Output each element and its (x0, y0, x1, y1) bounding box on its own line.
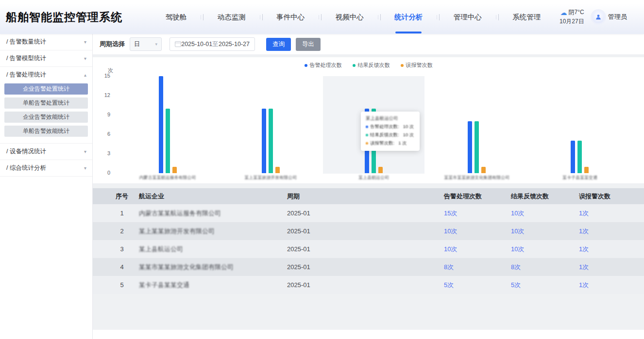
x-axis-category-label: 某上某某旅游开发有限公司 (244, 175, 297, 181)
nav-separator (319, 14, 322, 20)
x-axis-category-label: 内蒙古某某航运服务有限公司 (139, 175, 196, 181)
chart-bar-误报警次数[interactable] (584, 167, 589, 173)
table-row: 2某上某某旅游开发有限公司2025-0110次10次1次 (93, 222, 644, 240)
chart-bar-误报警次数[interactable] (275, 167, 280, 173)
period-select[interactable]: 日 ▾ (130, 37, 162, 51)
cell-false-alarm-link[interactable]: 1次 (579, 263, 644, 272)
sidebar-item-alarm-model-stats[interactable]: / 告警模型统计▾ (0, 50, 92, 66)
cell-period: 2025-01 (287, 227, 444, 235)
sidebar-group-alarm-count-stats: / 告警数量统计▾ (0, 34, 92, 50)
tooltip-value: 1 次 (398, 140, 407, 146)
cell-alarm-handled-link[interactable]: 10次 (444, 227, 511, 236)
data-table: 序号航运企业周期告警处理次数结果反馈次数误报警次数1内蒙古某某航运服务有限公司2… (93, 188, 644, 294)
chart-bar-结果反馈次数[interactable] (577, 141, 582, 173)
main-content: 周期选择 日 ▾ 2025-10-01 至 2025-10-27 查询 导出 告… (93, 34, 644, 339)
table-header-cell: 航运企业 (139, 192, 287, 201)
table-row: 4某某市某某旅游文化集团有限公司2025-018次8次1次 (93, 258, 644, 276)
sidebar-item-comprehensive-stats[interactable]: / 综合统计分析▾ (0, 160, 92, 176)
sidebar-item-alarm-count-stats[interactable]: / 告警数量统计▾ (0, 34, 92, 50)
cell-alarm-handled-link[interactable]: 8次 (444, 263, 511, 272)
cell-alarm-handled-link[interactable]: 15次 (444, 209, 511, 218)
sidebar-subitem-ship-alarm-efficiency-stats[interactable]: 单船告警效能统计 (4, 126, 88, 137)
cell-false-alarm-link[interactable]: 1次 (579, 227, 644, 236)
chart-bar-告警处理次数[interactable] (262, 109, 266, 173)
chart-bar-group: 某卡子县某某交通 (528, 76, 631, 173)
chart-bar-结果反馈次数[interactable] (269, 109, 273, 173)
query-button[interactable]: 查询 (266, 38, 291, 51)
sidebar-item-device-status-stats[interactable]: / 设备情况统计▾ (0, 144, 92, 160)
chart-bar-告警处理次数[interactable] (468, 121, 472, 173)
nav-tab-statistics-analysis[interactable]: 统计分析 (394, 0, 423, 34)
nav-tab-video-center[interactable]: 视频中心 (336, 0, 364, 34)
y-axis-tick-label: 9 (97, 112, 110, 117)
table-row: 1内蒙古某某航运服务有限公司2025-0115次10次1次 (93, 204, 644, 222)
chevron-down-icon: ▾ (155, 42, 157, 47)
tooltip-title: 某上县航运公司 (366, 115, 414, 122)
cell-company: 某卡子县某某交通 (139, 281, 287, 290)
cell-alarm-handled-link[interactable]: 5次 (444, 281, 511, 290)
sidebar-subitem-ship-alarm-disposal-stats[interactable]: 单船告警处置统计 (4, 97, 88, 109)
weather-widget: ☁ 阴7°C 10月27日 (559, 8, 584, 26)
table-header-cell: 序号 (105, 192, 139, 201)
chart-bar-结果反馈次数[interactable] (475, 121, 479, 173)
cell-index: 5 (105, 281, 139, 289)
cell-feedback-link[interactable]: 8次 (511, 263, 579, 272)
bottom-strip (93, 330, 644, 339)
legend-dot-icon (305, 64, 307, 67)
table-row: 3某上县航运公司2025-0110次10次1次 (93, 240, 644, 258)
y-axis-tick-label: 3 (97, 150, 110, 156)
export-button[interactable]: 导出 (296, 38, 321, 51)
nav-separator (378, 14, 381, 20)
cell-false-alarm-link[interactable]: 1次 (579, 281, 644, 290)
sidebar-item-label: / 设备情况统计 (6, 147, 46, 156)
cell-false-alarm-link[interactable]: 1次 (579, 209, 644, 218)
date-range-separator: 至 (212, 40, 219, 48)
cell-false-alarm-link[interactable]: 1次 (579, 245, 644, 254)
chart-bar-结果反馈次数[interactable] (166, 109, 170, 173)
tooltip-row: 告警处理次数:10 次 (366, 124, 414, 130)
cell-period: 2025-01 (287, 281, 444, 289)
sidebar-group-alarm-handling-stats: / 告警处理统计▴企业告警处置统计单船告警处置统计企业告警效能统计单船告警效能统… (0, 67, 92, 144)
nav-tab-management-center[interactable]: 管理中心 (454, 0, 482, 34)
legend-item-误报警次数[interactable]: 误报警次数 (401, 62, 433, 69)
app-title: 船舶智能监控管理系统 (6, 10, 122, 25)
tooltip-value: 10 次 (403, 132, 414, 138)
legend-label: 告警处理次数 (310, 62, 342, 69)
y-axis-tick-label: 12 (97, 92, 110, 98)
chevron-down-icon: ▾ (84, 39, 86, 45)
chart-bar-误报警次数[interactable] (481, 167, 486, 173)
sidebar-subitem-enterprise-alarm-disposal-stats[interactable]: 企业告警处置统计 (4, 83, 88, 95)
chevron-down-icon: ▾ (84, 56, 86, 61)
sidebar-subitem-enterprise-alarm-efficiency-stats[interactable]: 企业告警效能统计 (4, 112, 88, 123)
nav-tab-dynamic-monitoring[interactable]: 动态监测 (218, 0, 246, 34)
date-range-picker[interactable]: 2025-10-01 至 2025-10-27 (169, 37, 255, 51)
cell-feedback-link[interactable]: 10次 (511, 209, 579, 218)
cell-period: 2025-01 (287, 263, 444, 271)
tooltip-label: 告警处理次数: (370, 124, 399, 130)
legend-item-结果反馈次数[interactable]: 结果反馈次数 (353, 62, 390, 69)
user-avatar-icon[interactable] (592, 11, 605, 23)
sidebar-item-alarm-handling-stats[interactable]: / 告警处理统计▴ (0, 67, 92, 83)
nav-tab-system-management[interactable]: 系统管理 (512, 0, 541, 34)
legend-item-告警处理次数[interactable]: 告警处理次数 (305, 62, 342, 69)
chart-bar-告警处理次数[interactable] (571, 141, 575, 173)
chart-bar-group: 某上某某旅游开发有限公司 (219, 76, 322, 173)
legend-label: 误报警次数 (406, 62, 433, 69)
user-menu[interactable]: 管理员 (592, 11, 627, 23)
cell-alarm-handled-link[interactable]: 10次 (444, 245, 511, 254)
sidebar-item-label: / 综合统计分析 (6, 164, 46, 172)
chart-bar-告警处理次数[interactable] (159, 76, 163, 173)
cell-feedback-link[interactable]: 10次 (511, 245, 579, 254)
chart-tooltip: 某上县航运公司告警处理次数:10 次结果反馈次数:10 次误报警次数:1 次 (361, 112, 420, 151)
cell-feedback-link[interactable]: 5次 (511, 281, 579, 290)
nav-tab-cockpit[interactable]: 驾驶舱 (166, 0, 187, 34)
chart-bar-误报警次数[interactable] (172, 167, 177, 173)
nav-tab-event-center[interactable]: 事件中心 (276, 0, 305, 34)
chevron-up-icon: ▴ (84, 72, 86, 78)
chart-bar-误报警次数[interactable] (378, 167, 383, 173)
weather-date: 10月27日 (559, 17, 584, 26)
nav-separator (437, 14, 440, 20)
tooltip-row: 结果反馈次数:10 次 (366, 132, 414, 138)
cell-period: 2025-01 (287, 245, 444, 253)
cell-feedback-link[interactable]: 10次 (511, 227, 579, 236)
